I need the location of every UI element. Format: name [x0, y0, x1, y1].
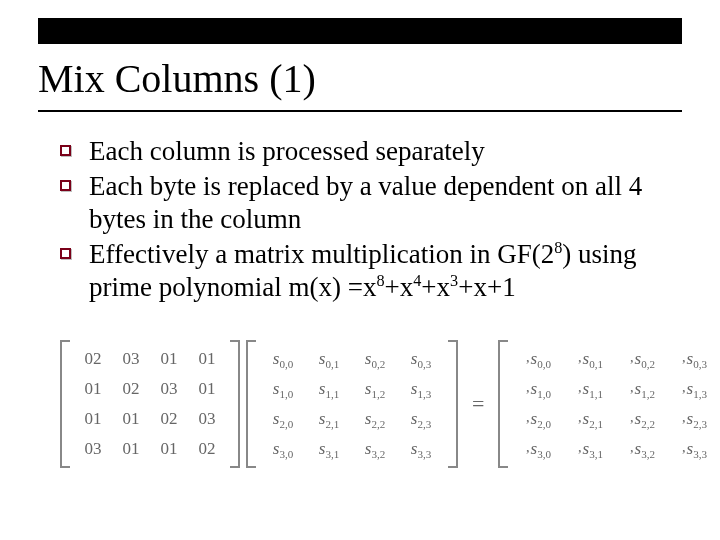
- state-cell: s3,1: [319, 439, 339, 459]
- coef-cell: 02: [85, 349, 102, 369]
- result-cell: ,s3,0: [526, 439, 551, 459]
- bullet-text: Each column is processed separately: [89, 135, 485, 168]
- state-matrix: s0,0s0,1s0,2s0,3s1,0s1,1s1,2s1,3s2,0s2,1…: [246, 340, 458, 468]
- result-cell: ,s3,1: [578, 439, 603, 459]
- coef-cell: 03: [161, 379, 178, 399]
- result-cell: ,s1,2: [630, 379, 655, 399]
- state-cell: s0,1: [319, 349, 339, 369]
- coef-cell: 02: [199, 439, 216, 459]
- bracket-right-icon: [230, 340, 240, 468]
- coef-cell: 02: [123, 379, 140, 399]
- coef-cell: 03: [85, 439, 102, 459]
- bullet-list: Each column is processed separately Each…: [60, 135, 682, 306]
- result-cell: ,s3,3: [682, 439, 707, 459]
- bullet-text: Each byte is replaced by a value depende…: [89, 170, 682, 236]
- title-underline: [38, 110, 682, 112]
- bullet-text: Effectively a matrix multiplication in G…: [89, 238, 682, 304]
- state-cell: s0,3: [411, 349, 431, 369]
- state-cell: s3,0: [273, 439, 293, 459]
- result-cell: ,s1,0: [526, 379, 551, 399]
- coef-cell: 01: [199, 379, 216, 399]
- matrix-equation: 02030101010203010101020303010102 s0,0s0,…: [60, 340, 700, 468]
- result-cell: ,s0,2: [630, 349, 655, 369]
- bullet-item: Effectively a matrix multiplication in G…: [60, 238, 682, 304]
- state-cell: s1,1: [319, 379, 339, 399]
- state-cell: s2,0: [273, 409, 293, 429]
- result-cell: ,s0,1: [578, 349, 603, 369]
- state-cell: s2,3: [411, 409, 431, 429]
- result-matrix: ,s0,0,s0,1,s0,2,s0,3,s1,0,s1,1,s1,2,s1,3…: [498, 340, 720, 468]
- result-cell: ,s3,2: [630, 439, 655, 459]
- state-cell: s1,2: [365, 379, 385, 399]
- coef-cell: 03: [123, 349, 140, 369]
- state-cell: s3,3: [411, 439, 431, 459]
- coef-cell: 01: [161, 349, 178, 369]
- result-cell: ,s2,3: [682, 409, 707, 429]
- state-cell: s1,0: [273, 379, 293, 399]
- coef-matrix-grid: 02030101010203010101020303010102: [70, 340, 230, 468]
- coef-cell: 01: [123, 439, 140, 459]
- equals-sign: =: [464, 391, 492, 417]
- bullet-icon: [60, 145, 71, 156]
- slide-title: Mix Columns (1): [38, 55, 682, 108]
- coef-cell: 01: [123, 409, 140, 429]
- coef-matrix: 02030101010203010101020303010102: [60, 340, 240, 468]
- state-cell: s3,2: [365, 439, 385, 459]
- state-cell: s1,3: [411, 379, 431, 399]
- bracket-right-icon: [448, 340, 458, 468]
- result-cell: ,s2,0: [526, 409, 551, 429]
- coef-cell: 02: [161, 409, 178, 429]
- top-accent-bar: [38, 18, 682, 44]
- state-cell: s2,1: [319, 409, 339, 429]
- slide: Mix Columns (1) Each column is processed…: [0, 0, 720, 540]
- bracket-left-icon: [246, 340, 256, 468]
- state-matrix-grid: s0,0s0,1s0,2s0,3s1,0s1,1s1,2s1,3s2,0s2,1…: [256, 340, 448, 468]
- state-cell: s0,0: [273, 349, 293, 369]
- coef-cell: 01: [85, 409, 102, 429]
- bullet-item: Each column is processed separately: [60, 135, 682, 168]
- result-cell: ,s1,3: [682, 379, 707, 399]
- coef-cell: 01: [199, 349, 216, 369]
- result-cell: ,s0,0: [526, 349, 551, 369]
- bullet-icon: [60, 180, 71, 191]
- state-cell: s0,2: [365, 349, 385, 369]
- result-cell: ,s0,3: [682, 349, 707, 369]
- bullet-icon: [60, 248, 71, 259]
- coef-cell: 03: [199, 409, 216, 429]
- result-cell: ,s1,1: [578, 379, 603, 399]
- coef-cell: 01: [161, 439, 178, 459]
- bullet-item: Each byte is replaced by a value depende…: [60, 170, 682, 236]
- state-cell: s2,2: [365, 409, 385, 429]
- bracket-left-icon: [498, 340, 508, 468]
- result-matrix-grid: ,s0,0,s0,1,s0,2,s0,3,s1,0,s1,1,s1,2,s1,3…: [508, 340, 720, 468]
- bracket-left-icon: [60, 340, 70, 468]
- result-cell: ,s2,1: [578, 409, 603, 429]
- coef-cell: 01: [85, 379, 102, 399]
- result-cell: ,s2,2: [630, 409, 655, 429]
